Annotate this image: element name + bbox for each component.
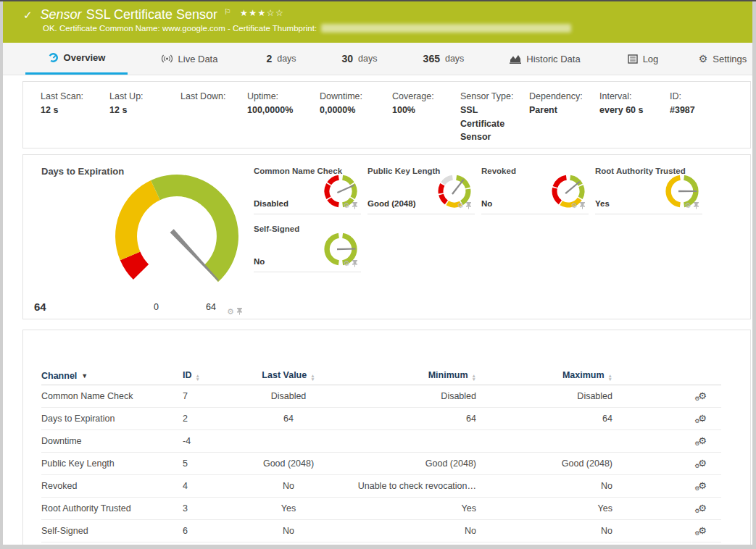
cell-minimum: No: [349, 526, 476, 536]
tab-30-days[interactable]: 30days: [336, 43, 383, 75]
cell-maximum: Disabled: [476, 391, 612, 401]
tab-365-days[interactable]: 365days: [418, 43, 470, 75]
gauge-icon: [48, 52, 59, 63]
sort-icon: ▲▼: [196, 374, 200, 382]
channel-settings-gear-icon[interactable]: ⚙⚙: [698, 458, 707, 468]
tab-settings[interactable]: ⚙Settings: [693, 43, 752, 75]
info-coverage: Coverage:100%: [392, 90, 460, 148]
pin-icon[interactable]: [352, 199, 358, 212]
column-header-id[interactable]: ID▲▼: [183, 370, 228, 382]
cell-maximum: Yes: [476, 503, 612, 514]
gauge-value: Good (2048): [367, 199, 415, 208]
gear-icon[interactable]: ⚙: [227, 308, 234, 316]
column-header-channel[interactable]: Channel▼: [41, 371, 183, 381]
info-sensor-type: Sensor Type:SSL Certificate Sensor: [460, 90, 529, 148]
thumbprint-redacted-value: [321, 24, 571, 33]
sensor-info-bar: Last Scan:12 sLast Up:12 sLast Down:Upti…: [22, 81, 751, 148]
info-id: ID:#3987: [670, 90, 705, 148]
pin-icon[interactable]: [693, 199, 699, 212]
channel-settings-gear-icon[interactable]: ⚙⚙: [698, 391, 707, 401]
cell-last-value: Yes: [228, 503, 349, 514]
info-label: ID:: [670, 90, 695, 104]
gear-icon: ⚙: [699, 54, 708, 64]
gear-icon[interactable]: ⚙: [344, 202, 350, 209]
info-last-down: Last Down:: [180, 90, 247, 148]
cell-id: 6: [183, 526, 228, 536]
channel-row-revoked: Revoked4NoUnable to check revocation…No⚙…: [41, 475, 721, 498]
sensor-status-row: OK. Certificate Common Name: www.google.…: [43, 24, 752, 33]
pin-icon[interactable]: [579, 199, 586, 212]
gauge-actions: ⚙: [685, 199, 699, 212]
channel-settings-gear-icon[interactable]: ⚙⚙: [698, 414, 707, 423]
sort-icon: ▲▼: [608, 374, 612, 382]
tab-label: Overview: [64, 52, 106, 63]
tab-label: Settings: [713, 54, 747, 64]
info-value: 12 s: [41, 104, 99, 117]
info-label: Interval:: [599, 90, 660, 104]
cell-id: 4: [183, 481, 228, 491]
tab-number: 365: [423, 53, 440, 64]
main-gauge-scale-max: 64: [206, 302, 216, 312]
channel-settings-gear-icon[interactable]: ⚙⚙: [698, 436, 707, 445]
info-label: Last Down:: [180, 90, 237, 104]
channel-settings-gear-icon[interactable]: ⚙⚙: [698, 526, 707, 535]
tab-2-days[interactable]: 2days: [258, 43, 304, 75]
channel-row-self-signed: Self-Signed6NoNoNo⚙⚙: [41, 520, 721, 542]
cell-channel: Root Authority Trusted: [41, 503, 183, 514]
content-frame: ✓ Sensor SSL Certificate Sensor ⚐ ★★★☆☆ …: [3, 1, 752, 545]
gear-icon[interactable]: ⚙: [685, 202, 691, 209]
info-value: every 60 s: [599, 104, 660, 117]
tab-overview[interactable]: Overview: [25, 43, 128, 75]
column-header-last-value[interactable]: Last Value▲▼: [228, 370, 349, 382]
cell-last-value: Good (2048): [228, 458, 349, 469]
gear-icon[interactable]: ⚙: [457, 202, 464, 209]
column-label: Minimum: [428, 370, 468, 380]
column-header-maximum[interactable]: Maximum▲▼: [476, 370, 612, 382]
broadcast-icon: [161, 54, 173, 64]
info-uptime: Uptime:100,0000%: [247, 90, 320, 148]
cell-id: 7: [183, 391, 228, 401]
cell-channel: Downtime: [41, 436, 183, 446]
gauge-value: No: [254, 257, 265, 266]
gear-icon[interactable]: ⚙: [571, 202, 578, 209]
gear-icon[interactable]: ⚙: [344, 260, 350, 267]
cell-id: 5: [183, 458, 228, 469]
pin-icon[interactable]: [236, 305, 243, 318]
flag-icon[interactable]: ⚐: [224, 7, 231, 17]
tab-number: 30: [342, 53, 354, 64]
pin-icon[interactable]: [465, 199, 472, 212]
cell-channel: Days to Expiration: [41, 414, 183, 424]
cell-channel: Revoked: [41, 481, 183, 491]
priority-stars[interactable]: ★★★☆☆: [240, 8, 284, 18]
info-label: Uptime:: [247, 90, 310, 104]
gauge-common-name-check: Common Name CheckDisabled⚙: [254, 165, 361, 214]
tab-live-data[interactable]: Live Data: [142, 43, 236, 75]
tab-log[interactable]: Log: [620, 43, 665, 75]
channel-row-downtime: Downtime-4⚙⚙: [41, 430, 721, 453]
gauge-revoked: RevokedNo⚙: [481, 165, 589, 214]
cell-minimum: Disabled: [349, 391, 476, 401]
channel-settings-gear-icon[interactable]: ⚙⚙: [698, 503, 707, 513]
column-label: ID: [183, 370, 192, 380]
cell-id: 3: [183, 503, 228, 514]
tab-unit: days: [358, 54, 377, 64]
cell-maximum: 64: [476, 414, 612, 424]
cell-last-value: 64: [228, 414, 349, 424]
gauge-value: Disabled: [254, 199, 288, 208]
gauge-public-key-length: Public Key LengthGood (2048)⚙: [367, 165, 475, 214]
status-message: OK. Certificate Common Name: www.google.…: [43, 24, 317, 33]
tab-historic-data[interactable]: Historic Data: [504, 43, 586, 75]
pin-icon[interactable]: [352, 257, 358, 270]
info-label: Last Scan:: [41, 90, 99, 104]
info-last-up: Last Up:12 s: [109, 90, 180, 148]
cell-last-value: Disabled: [228, 391, 349, 401]
cell-maximum: No: [476, 481, 612, 491]
channels-panel: Channel▼ID▲▼Last Value▲▼Minimum▲▼Maximum…: [22, 330, 751, 545]
cell-channel: Public Key Length: [41, 458, 183, 469]
channel-settings-gear-icon[interactable]: ⚙⚙: [698, 481, 707, 490]
gauge-value: Yes: [595, 199, 610, 208]
tab-label: Log: [643, 54, 659, 64]
column-header-minimum[interactable]: Minimum▲▼: [349, 370, 476, 382]
gauge-actions: ⚙: [457, 199, 472, 212]
cell-minimum: Unable to check revocation…: [349, 481, 476, 491]
